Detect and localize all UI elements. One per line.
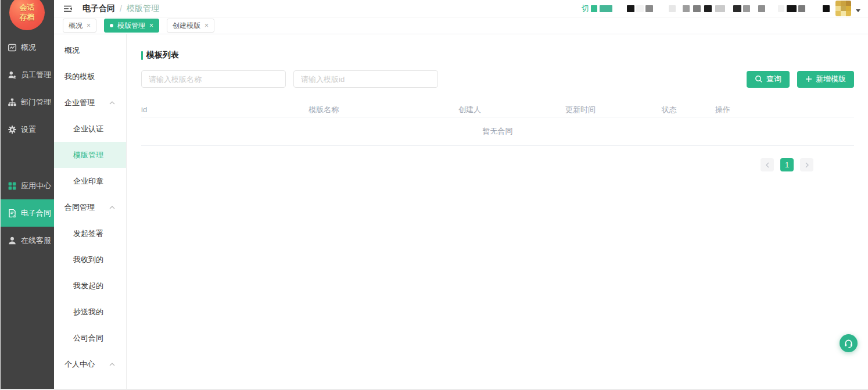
- avatar-pixel: [846, 6, 851, 11]
- subnav-overview[interactable]: 概况: [54, 37, 126, 63]
- subnav-initiated[interactable]: 我发起的: [54, 273, 126, 299]
- tab-template-mgmt[interactable]: 模版管理 ×: [104, 19, 159, 33]
- chevron-left-icon: [765, 162, 770, 168]
- chart-icon: [8, 43, 17, 52]
- subnav-label: 抄送我的: [73, 307, 103, 317]
- subnav-label: 公司合同: [73, 333, 103, 344]
- sidebar-item-label: 员工管理: [21, 70, 51, 80]
- tab-create-template[interactable]: 创建模版 ×: [167, 19, 214, 33]
- redacted-block: [787, 5, 797, 12]
- subnav-group-enterprise-mgmt[interactable]: 企业管理: [54, 90, 126, 116]
- tab-label: 概况: [69, 21, 83, 31]
- subnav-label: 个人中心: [64, 359, 95, 370]
- apps-icon: [8, 181, 17, 191]
- table-empty-state: 暂无合同: [141, 117, 854, 146]
- chevron-right-icon: [805, 162, 809, 168]
- search-icon: [755, 75, 763, 83]
- subnav-label: 概况: [64, 45, 80, 56]
- table-header-row: id 模版名称 创建人 更新时间 状态 操作: [141, 102, 854, 117]
- redacted-block: [636, 5, 644, 12]
- breadcrumb-e-contract[interactable]: 电子合同: [83, 3, 115, 14]
- subnav-label: 企业印章: [73, 176, 103, 187]
- pagination-prev-button[interactable]: [761, 158, 774, 171]
- app-logo[interactable]: 会话 存档: [9, 0, 45, 30]
- sidebar-item-label: 部门管理: [21, 97, 51, 108]
- avatar-pixel: [841, 11, 846, 16]
- title-accent-bar: [141, 51, 143, 60]
- org-icon: [8, 98, 17, 107]
- logo-text-line1: 会话: [20, 3, 35, 12]
- subnav-enterprise-auth[interactable]: 企业认证: [54, 116, 126, 142]
- breadcrumb-separator: /: [120, 4, 122, 13]
- top-header: 电子合同 / 模版管理 切: [54, 0, 868, 17]
- redacted-block: [669, 5, 676, 12]
- sidebar-item-app-center[interactable]: 应用中心: [0, 172, 54, 199]
- sidebar-item-settings[interactable]: 设置: [0, 116, 54, 143]
- avatar[interactable]: [835, 1, 851, 16]
- logo-text-line2: 存档: [20, 13, 35, 22]
- template-name-input[interactable]: [141, 70, 286, 88]
- main-content: 模板列表 查询 新增模版: [127, 34, 868, 390]
- subnav-label: 企业认证: [73, 124, 103, 134]
- headset-icon: [844, 338, 853, 348]
- template-id-input[interactable]: [293, 70, 438, 88]
- add-button-label: 新增模版: [816, 74, 846, 84]
- empty-text: 暂无合同: [483, 126, 513, 137]
- redacted-block: [758, 5, 765, 12]
- redacted-block: [715, 5, 725, 12]
- avatar-pixel: [841, 6, 846, 11]
- pagination-page-1[interactable]: 1: [780, 158, 794, 171]
- sidebar-item-label: 在线客服: [21, 235, 51, 246]
- subnav-initiate-sign[interactable]: 发起签署: [54, 220, 126, 246]
- subnav-my-templates[interactable]: 我的模板: [54, 63, 126, 90]
- sidebar-item-overview[interactable]: 概况: [0, 34, 54, 61]
- redacted-block: [600, 5, 612, 12]
- subnav-company-contracts[interactable]: 公司合同: [54, 325, 126, 351]
- redacted-block: [743, 5, 750, 12]
- subnav-group-contract-mgmt[interactable]: 合同管理: [54, 194, 126, 220]
- switch-company-link[interactable]: 切: [582, 3, 589, 14]
- redacted-block: [798, 5, 805, 12]
- agent-icon: [8, 236, 17, 245]
- customer-service-button[interactable]: [840, 334, 858, 352]
- subnav-label: 发起签署: [73, 228, 103, 239]
- pagination-next-button[interactable]: [800, 158, 813, 171]
- sidebar-item-online-support[interactable]: 在线客服: [0, 227, 54, 254]
- avatar-pixel: [846, 11, 851, 16]
- redacted-block: [778, 5, 784, 12]
- primary-sidebar: 会话 存档 概况 员工管理 部门管理 设置: [0, 0, 54, 390]
- sidebar-item-employees[interactable]: 员工管理: [0, 61, 54, 88]
- subnav-label: 模版管理: [73, 150, 103, 160]
- subnav-group-personal-center[interactable]: 个人中心: [54, 351, 126, 377]
- sidebar-item-label: 设置: [21, 124, 36, 135]
- active-dot-icon: [110, 24, 113, 27]
- tab-overview[interactable]: 概况 ×: [63, 19, 96, 33]
- column-header-actions: 操作: [715, 105, 854, 115]
- sidebar-collapse-icon[interactable]: [63, 4, 73, 13]
- logo-area: 会话 存档: [0, 0, 54, 34]
- close-icon[interactable]: ×: [149, 22, 153, 30]
- subnav-enterprise-seal[interactable]: 企业印章: [54, 168, 126, 194]
- chevron-down-icon[interactable]: [856, 9, 860, 12]
- close-icon[interactable]: ×: [87, 22, 91, 30]
- header-right-area: 切: [582, 1, 860, 16]
- chevron-up-icon: [109, 206, 115, 209]
- redacted-block: [733, 5, 741, 12]
- subnav-label: 我收到的: [73, 255, 103, 265]
- query-button[interactable]: 查询: [747, 71, 790, 88]
- breadcrumb: 电子合同 / 模版管理: [83, 3, 159, 14]
- add-template-button[interactable]: 新增模版: [797, 71, 854, 88]
- sidebar-item-label: 应用中心: [21, 181, 51, 191]
- subnav-template-mgmt[interactable]: 模版管理: [54, 142, 126, 168]
- close-icon[interactable]: ×: [205, 22, 209, 30]
- pagination: 1: [141, 158, 813, 171]
- redacted-block: [823, 5, 830, 12]
- column-header-template-name: 模版名称: [309, 105, 458, 115]
- chevron-up-icon: [109, 363, 115, 366]
- sidebar-item-e-contract[interactable]: 电子合同: [0, 199, 54, 227]
- subnav-cc-me[interactable]: 抄送我的: [54, 299, 126, 325]
- subnav-received[interactable]: 我收到的: [54, 246, 126, 273]
- users-icon: [8, 70, 17, 80]
- sidebar-item-departments[interactable]: 部门管理: [0, 88, 54, 116]
- avatar-pixel: [835, 6, 841, 11]
